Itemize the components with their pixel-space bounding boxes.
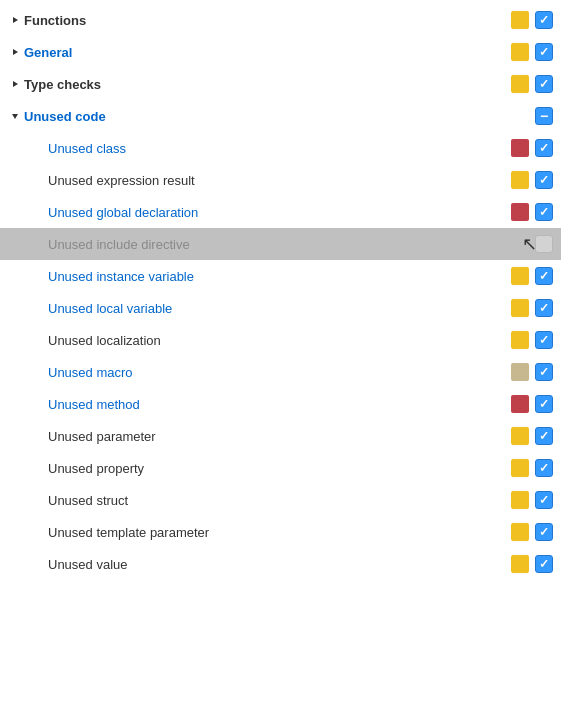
checkbox-unused-localization[interactable] [535, 331, 553, 349]
row-unused-code[interactable]: Unused code [0, 100, 561, 132]
checkbox-general[interactable] [535, 43, 553, 61]
triangle-unused-template-parameter [32, 525, 46, 539]
row-unused-template-parameter[interactable]: Unused template parameter [0, 516, 561, 548]
swatch-unused-global-declaration [511, 203, 529, 221]
label-unused-expression-result: Unused expression result [48, 173, 511, 188]
cursor-indicator: ↖ [522, 233, 537, 255]
row-unused-class[interactable]: Unused class [0, 132, 561, 164]
triangle-unused-global-declaration [32, 205, 46, 219]
checkbox-unused-code[interactable] [535, 107, 553, 125]
label-unused-parameter: Unused parameter [48, 429, 511, 444]
checkbox-functions[interactable] [535, 11, 553, 29]
triangle-unused-local-variable [32, 301, 46, 315]
swatch-unused-expression-result [511, 171, 529, 189]
triangle-unused-macro [32, 365, 46, 379]
label-unused-struct: Unused struct [48, 493, 511, 508]
svg-marker-3 [12, 114, 18, 119]
triangle-functions[interactable] [8, 13, 22, 27]
checkbox-unused-parameter[interactable] [535, 427, 553, 445]
swatch-unused-class [511, 139, 529, 157]
checkbox-unused-include-directive[interactable] [535, 235, 553, 253]
triangle-unused-parameter [32, 429, 46, 443]
row-unused-property[interactable]: Unused property [0, 452, 561, 484]
label-unused-local-variable: Unused local variable [48, 301, 511, 316]
swatch-unused-macro [511, 363, 529, 381]
checkbox-unused-template-parameter[interactable] [535, 523, 553, 541]
swatch-functions [511, 11, 529, 29]
checkbox-type-checks[interactable] [535, 75, 553, 93]
checkbox-unused-property[interactable] [535, 459, 553, 477]
swatch-unused-local-variable [511, 299, 529, 317]
row-unused-macro[interactable]: Unused macro [0, 356, 561, 388]
checkbox-unused-method[interactable] [535, 395, 553, 413]
checkbox-unused-global-declaration[interactable] [535, 203, 553, 221]
triangle-unused-code[interactable] [8, 109, 22, 123]
svg-marker-2 [13, 81, 18, 87]
checkbox-unused-class[interactable] [535, 139, 553, 157]
triangle-unused-include-directive [32, 237, 46, 251]
row-type-checks[interactable]: Type checks [0, 68, 561, 100]
label-unused-value: Unused value [48, 557, 511, 572]
label-unused-instance-variable: Unused instance variable [48, 269, 511, 284]
label-type-checks: Type checks [24, 77, 511, 92]
swatch-unused-instance-variable [511, 267, 529, 285]
triangle-unused-value [32, 557, 46, 571]
swatch-type-checks [511, 75, 529, 93]
row-unused-method[interactable]: Unused method [0, 388, 561, 420]
svg-marker-0 [13, 17, 18, 23]
label-unused-global-declaration: Unused global declaration [48, 205, 511, 220]
label-unused-class: Unused class [48, 141, 511, 156]
triangle-unused-instance-variable [32, 269, 46, 283]
swatch-unused-method [511, 395, 529, 413]
triangle-type-checks[interactable] [8, 77, 22, 91]
label-unused-property: Unused property [48, 461, 511, 476]
label-general: General [24, 45, 511, 60]
swatch-unused-property [511, 459, 529, 477]
label-unused-method: Unused method [48, 397, 511, 412]
row-unused-global-declaration[interactable]: Unused global declaration [0, 196, 561, 228]
triangle-unused-struct [32, 493, 46, 507]
checkbox-unused-value[interactable] [535, 555, 553, 573]
triangle-unused-expression-result [32, 173, 46, 187]
checkbox-unused-expression-result[interactable] [535, 171, 553, 189]
swatch-unused-parameter [511, 427, 529, 445]
settings-list: FunctionsGeneralType checksUnused codeUn… [0, 0, 561, 584]
row-unused-include-directive[interactable]: Unused include directive↖ [0, 228, 561, 260]
triangle-unused-property [32, 461, 46, 475]
svg-marker-1 [13, 49, 18, 55]
triangle-unused-method [32, 397, 46, 411]
row-unused-expression-result[interactable]: Unused expression result [0, 164, 561, 196]
swatch-unused-value [511, 555, 529, 573]
triangle-unused-class [32, 141, 46, 155]
label-unused-template-parameter: Unused template parameter [48, 525, 511, 540]
row-unused-parameter[interactable]: Unused parameter [0, 420, 561, 452]
row-unused-struct[interactable]: Unused struct [0, 484, 561, 516]
row-functions[interactable]: Functions [0, 4, 561, 36]
triangle-general[interactable] [8, 45, 22, 59]
row-unused-instance-variable[interactable]: Unused instance variable [0, 260, 561, 292]
checkbox-unused-macro[interactable] [535, 363, 553, 381]
swatch-unused-template-parameter [511, 523, 529, 541]
label-unused-macro: Unused macro [48, 365, 511, 380]
checkbox-unused-local-variable[interactable] [535, 299, 553, 317]
swatch-general [511, 43, 529, 61]
triangle-unused-localization [32, 333, 46, 347]
row-general[interactable]: General [0, 36, 561, 68]
row-unused-local-variable[interactable]: Unused local variable [0, 292, 561, 324]
label-unused-code: Unused code [24, 109, 511, 124]
swatch-unused-localization [511, 331, 529, 349]
checkbox-unused-struct[interactable] [535, 491, 553, 509]
row-unused-value[interactable]: Unused value [0, 548, 561, 580]
label-functions: Functions [24, 13, 511, 28]
label-unused-include-directive: Unused include directive [48, 237, 511, 252]
checkbox-unused-instance-variable[interactable] [535, 267, 553, 285]
row-unused-localization[interactable]: Unused localization [0, 324, 561, 356]
label-unused-localization: Unused localization [48, 333, 511, 348]
swatch-unused-struct [511, 491, 529, 509]
